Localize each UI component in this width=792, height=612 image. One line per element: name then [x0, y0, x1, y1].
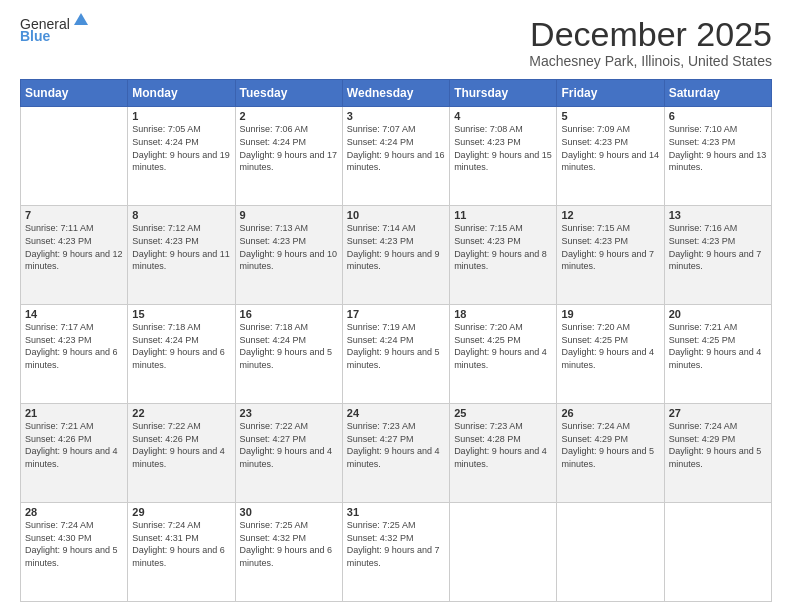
month-title: December 2025 — [529, 16, 772, 53]
day-number: 11 — [454, 209, 552, 221]
day-number: 5 — [561, 110, 659, 122]
day-number: 14 — [25, 308, 123, 320]
day-number: 7 — [25, 209, 123, 221]
logo: General Blue — [20, 16, 90, 44]
day-info: Sunrise: 7:06 AMSunset: 4:24 PMDaylight:… — [240, 124, 338, 172]
day-info: Sunrise: 7:09 AMSunset: 4:23 PMDaylight:… — [561, 124, 659, 172]
day-cell: 10Sunrise: 7:14 AMSunset: 4:23 PMDayligh… — [342, 206, 449, 305]
page: General Blue December 2025 Machesney Par… — [0, 0, 792, 612]
day-number: 10 — [347, 209, 445, 221]
day-number: 29 — [132, 506, 230, 518]
day-info: Sunrise: 7:08 AMSunset: 4:23 PMDaylight:… — [454, 124, 552, 172]
day-number: 21 — [25, 407, 123, 419]
day-number: 22 — [132, 407, 230, 419]
day-info: Sunrise: 7:21 AMSunset: 4:26 PMDaylight:… — [25, 421, 118, 469]
week-row-2: 7Sunrise: 7:11 AMSunset: 4:23 PMDaylight… — [21, 206, 772, 305]
day-cell: 12Sunrise: 7:15 AMSunset: 4:23 PMDayligh… — [557, 206, 664, 305]
day-info: Sunrise: 7:07 AMSunset: 4:24 PMDaylight:… — [347, 124, 445, 172]
day-info: Sunrise: 7:11 AMSunset: 4:23 PMDaylight:… — [25, 223, 123, 271]
day-cell — [664, 503, 771, 602]
day-number: 26 — [561, 407, 659, 419]
day-info: Sunrise: 7:19 AMSunset: 4:24 PMDaylight:… — [347, 322, 440, 370]
day-cell: 27Sunrise: 7:24 AMSunset: 4:29 PMDayligh… — [664, 404, 771, 503]
col-header-sunday: Sunday — [21, 80, 128, 107]
day-info: Sunrise: 7:25 AMSunset: 4:32 PMDaylight:… — [240, 520, 333, 568]
day-number: 9 — [240, 209, 338, 221]
day-number: 6 — [669, 110, 767, 122]
day-cell — [21, 107, 128, 206]
logo-blue: Blue — [20, 28, 50, 44]
week-row-5: 28Sunrise: 7:24 AMSunset: 4:30 PMDayligh… — [21, 503, 772, 602]
day-cell: 29Sunrise: 7:24 AMSunset: 4:31 PMDayligh… — [128, 503, 235, 602]
day-info: Sunrise: 7:18 AMSunset: 4:24 PMDaylight:… — [132, 322, 225, 370]
day-number: 12 — [561, 209, 659, 221]
day-number: 8 — [132, 209, 230, 221]
day-cell: 30Sunrise: 7:25 AMSunset: 4:32 PMDayligh… — [235, 503, 342, 602]
day-cell: 15Sunrise: 7:18 AMSunset: 4:24 PMDayligh… — [128, 305, 235, 404]
day-cell: 8Sunrise: 7:12 AMSunset: 4:23 PMDaylight… — [128, 206, 235, 305]
day-cell: 28Sunrise: 7:24 AMSunset: 4:30 PMDayligh… — [21, 503, 128, 602]
day-number: 13 — [669, 209, 767, 221]
week-row-1: 1Sunrise: 7:05 AMSunset: 4:24 PMDaylight… — [21, 107, 772, 206]
day-cell — [450, 503, 557, 602]
day-info: Sunrise: 7:24 AMSunset: 4:29 PMDaylight:… — [561, 421, 654, 469]
day-cell: 26Sunrise: 7:24 AMSunset: 4:29 PMDayligh… — [557, 404, 664, 503]
day-cell: 18Sunrise: 7:20 AMSunset: 4:25 PMDayligh… — [450, 305, 557, 404]
day-number: 28 — [25, 506, 123, 518]
header: General Blue December 2025 Machesney Par… — [20, 16, 772, 69]
location: Machesney Park, Illinois, United States — [529, 53, 772, 69]
col-header-wednesday: Wednesday — [342, 80, 449, 107]
day-info: Sunrise: 7:17 AMSunset: 4:23 PMDaylight:… — [25, 322, 118, 370]
day-info: Sunrise: 7:24 AMSunset: 4:31 PMDaylight:… — [132, 520, 225, 568]
day-cell: 13Sunrise: 7:16 AMSunset: 4:23 PMDayligh… — [664, 206, 771, 305]
day-info: Sunrise: 7:13 AMSunset: 4:23 PMDaylight:… — [240, 223, 338, 271]
day-info: Sunrise: 7:15 AMSunset: 4:23 PMDaylight:… — [561, 223, 654, 271]
day-info: Sunrise: 7:22 AMSunset: 4:26 PMDaylight:… — [132, 421, 225, 469]
col-header-friday: Friday — [557, 80, 664, 107]
day-number: 2 — [240, 110, 338, 122]
week-row-4: 21Sunrise: 7:21 AMSunset: 4:26 PMDayligh… — [21, 404, 772, 503]
day-info: Sunrise: 7:20 AMSunset: 4:25 PMDaylight:… — [561, 322, 654, 370]
day-number: 4 — [454, 110, 552, 122]
day-number: 15 — [132, 308, 230, 320]
day-cell: 22Sunrise: 7:22 AMSunset: 4:26 PMDayligh… — [128, 404, 235, 503]
day-cell: 21Sunrise: 7:21 AMSunset: 4:26 PMDayligh… — [21, 404, 128, 503]
day-number: 30 — [240, 506, 338, 518]
col-header-saturday: Saturday — [664, 80, 771, 107]
day-cell: 2Sunrise: 7:06 AMSunset: 4:24 PMDaylight… — [235, 107, 342, 206]
col-header-monday: Monday — [128, 80, 235, 107]
day-number: 24 — [347, 407, 445, 419]
week-row-3: 14Sunrise: 7:17 AMSunset: 4:23 PMDayligh… — [21, 305, 772, 404]
day-cell: 31Sunrise: 7:25 AMSunset: 4:32 PMDayligh… — [342, 503, 449, 602]
day-info: Sunrise: 7:16 AMSunset: 4:23 PMDaylight:… — [669, 223, 762, 271]
day-cell: 25Sunrise: 7:23 AMSunset: 4:28 PMDayligh… — [450, 404, 557, 503]
day-number: 25 — [454, 407, 552, 419]
logo-icon — [72, 11, 90, 29]
day-cell: 17Sunrise: 7:19 AMSunset: 4:24 PMDayligh… — [342, 305, 449, 404]
day-info: Sunrise: 7:22 AMSunset: 4:27 PMDaylight:… — [240, 421, 333, 469]
day-number: 17 — [347, 308, 445, 320]
day-cell: 6Sunrise: 7:10 AMSunset: 4:23 PMDaylight… — [664, 107, 771, 206]
day-number: 16 — [240, 308, 338, 320]
day-info: Sunrise: 7:21 AMSunset: 4:25 PMDaylight:… — [669, 322, 762, 370]
day-info: Sunrise: 7:18 AMSunset: 4:24 PMDaylight:… — [240, 322, 333, 370]
col-header-tuesday: Tuesday — [235, 80, 342, 107]
day-info: Sunrise: 7:20 AMSunset: 4:25 PMDaylight:… — [454, 322, 547, 370]
day-number: 20 — [669, 308, 767, 320]
day-cell: 9Sunrise: 7:13 AMSunset: 4:23 PMDaylight… — [235, 206, 342, 305]
day-cell: 5Sunrise: 7:09 AMSunset: 4:23 PMDaylight… — [557, 107, 664, 206]
header-right: December 2025 Machesney Park, Illinois, … — [529, 16, 772, 69]
day-cell: 23Sunrise: 7:22 AMSunset: 4:27 PMDayligh… — [235, 404, 342, 503]
day-info: Sunrise: 7:15 AMSunset: 4:23 PMDaylight:… — [454, 223, 547, 271]
day-info: Sunrise: 7:25 AMSunset: 4:32 PMDaylight:… — [347, 520, 440, 568]
day-info: Sunrise: 7:23 AMSunset: 4:27 PMDaylight:… — [347, 421, 440, 469]
col-header-thursday: Thursday — [450, 80, 557, 107]
day-cell: 11Sunrise: 7:15 AMSunset: 4:23 PMDayligh… — [450, 206, 557, 305]
day-number: 19 — [561, 308, 659, 320]
day-info: Sunrise: 7:05 AMSunset: 4:24 PMDaylight:… — [132, 124, 230, 172]
day-cell: 19Sunrise: 7:20 AMSunset: 4:25 PMDayligh… — [557, 305, 664, 404]
day-cell: 7Sunrise: 7:11 AMSunset: 4:23 PMDaylight… — [21, 206, 128, 305]
day-number: 1 — [132, 110, 230, 122]
day-number: 3 — [347, 110, 445, 122]
calendar-table: SundayMondayTuesdayWednesdayThursdayFrid… — [20, 79, 772, 602]
